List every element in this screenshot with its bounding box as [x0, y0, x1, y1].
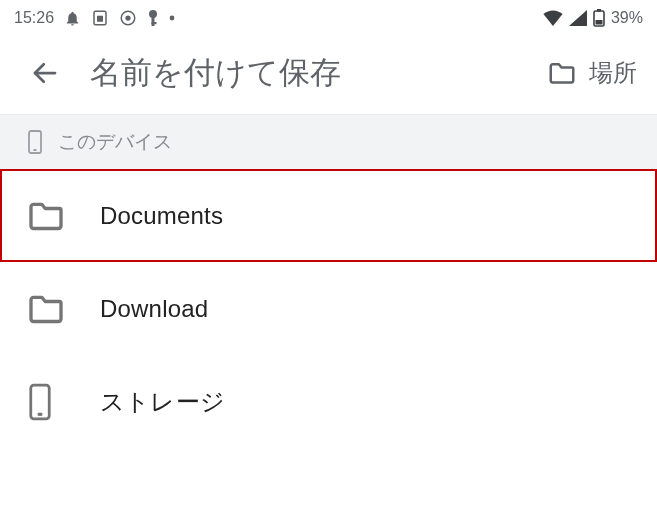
- cellular-signal-icon: [569, 10, 587, 26]
- list-item-label: Documents: [100, 202, 223, 230]
- wifi-icon: [543, 10, 563, 26]
- svg-rect-6: [152, 22, 157, 24]
- app-bar: 名前を付けて保存 場所: [0, 36, 657, 114]
- section-label: このデバイス: [58, 129, 172, 155]
- folder-icon: [26, 289, 72, 329]
- svg-rect-1: [97, 16, 103, 22]
- device-icon: [26, 129, 44, 155]
- sim-card-icon: [91, 9, 109, 27]
- locations-list: Documents Download ストレージ: [0, 169, 657, 448]
- svg-rect-5: [152, 17, 155, 26]
- svg-rect-9: [597, 9, 601, 12]
- svg-rect-10: [595, 20, 602, 25]
- notification-bell-icon: [64, 10, 81, 27]
- battery-percentage: 39%: [611, 9, 643, 27]
- list-item-documents[interactable]: Documents: [0, 169, 657, 262]
- key-icon: [147, 9, 159, 27]
- chrome-icon: [119, 9, 137, 27]
- folder-icon: [547, 58, 577, 88]
- list-item-storage[interactable]: ストレージ: [0, 355, 657, 448]
- status-bar: 15:26 39%: [0, 0, 657, 36]
- back-button[interactable]: [30, 58, 60, 88]
- folder-icon: [26, 196, 72, 236]
- section-this-device: このデバイス: [0, 114, 657, 169]
- locations-label: 場所: [589, 57, 637, 89]
- device-icon: [26, 382, 72, 422]
- status-right: 39%: [543, 9, 643, 27]
- locations-button[interactable]: 場所: [547, 57, 637, 89]
- list-item-label: Download: [100, 295, 208, 323]
- svg-point-4: [149, 10, 157, 18]
- battery-icon: [593, 9, 605, 27]
- status-left: 15:26: [14, 9, 175, 27]
- page-title: 名前を付けて保存: [90, 52, 547, 94]
- dot-icon: [169, 15, 175, 21]
- list-item-label: ストレージ: [100, 386, 225, 418]
- list-item-download[interactable]: Download: [0, 262, 657, 355]
- svg-point-3: [125, 15, 130, 20]
- svg-point-7: [170, 16, 175, 21]
- status-time: 15:26: [14, 9, 54, 27]
